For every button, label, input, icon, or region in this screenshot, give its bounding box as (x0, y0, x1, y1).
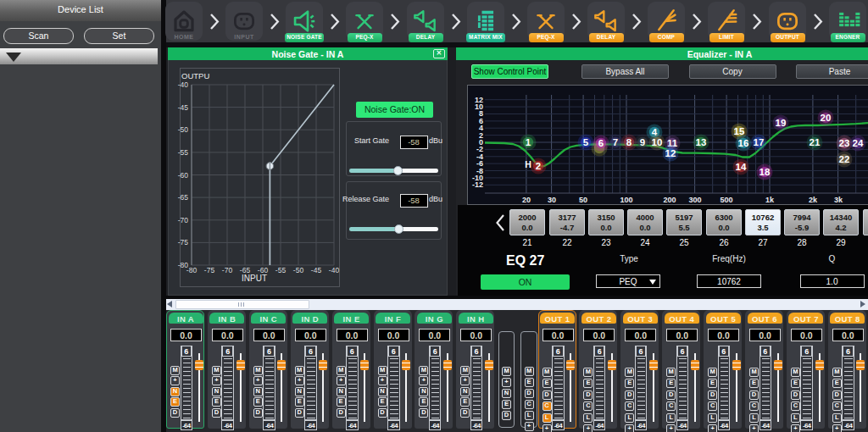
svg-text:1: 1 (526, 137, 531, 147)
svg-text:15: 15 (734, 126, 745, 136)
svg-text:22: 22 (839, 154, 850, 164)
svg-text:2: 2 (536, 161, 541, 171)
svg-text:H: H (525, 159, 531, 169)
svg-text:24: 24 (853, 138, 864, 148)
svg-text:6: 6 (598, 138, 604, 148)
svg-text:23: 23 (839, 138, 850, 148)
svg-text:16: 16 (738, 138, 749, 148)
svg-text:13: 13 (696, 137, 707, 147)
svg-text:19: 19 (776, 118, 787, 128)
svg-text:17: 17 (754, 137, 765, 147)
svg-text:18: 18 (760, 167, 771, 177)
svg-text:5: 5 (583, 137, 589, 147)
svg-text:20: 20 (821, 113, 832, 123)
svg-text:12: 12 (665, 148, 676, 158)
svg-text:21: 21 (810, 137, 821, 147)
svg-text:10: 10 (652, 137, 663, 147)
svg-text:9: 9 (640, 137, 645, 147)
svg-text:7: 7 (613, 137, 618, 147)
svg-text:8: 8 (626, 137, 632, 147)
svg-text:14: 14 (736, 162, 747, 172)
